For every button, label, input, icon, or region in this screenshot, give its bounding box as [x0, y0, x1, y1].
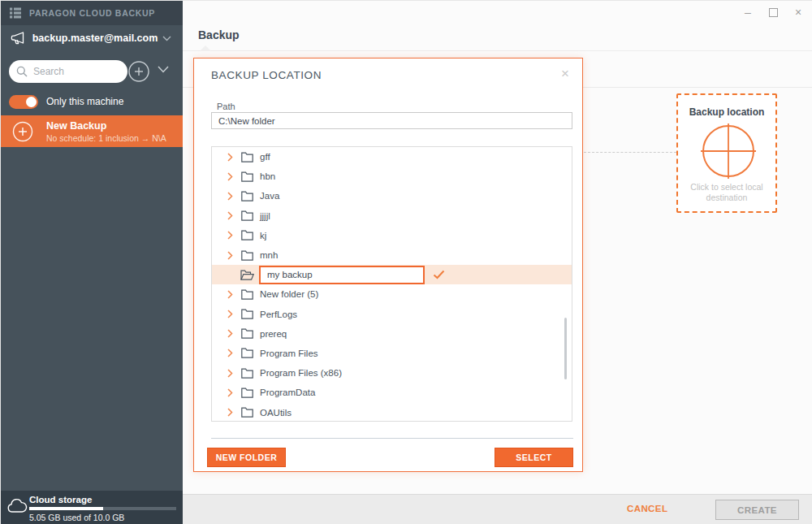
- tree-row[interactable]: prereq: [212, 324, 572, 344]
- folder-name: ProgramData: [260, 388, 315, 397]
- folder-name: OAUtils: [260, 408, 292, 418]
- cancel-button[interactable]: CANCEL: [627, 504, 667, 513]
- storage-progress-bar: [29, 507, 176, 510]
- chevron-right-icon[interactable]: [227, 192, 233, 201]
- folder-name: kj: [260, 231, 266, 240]
- maximize-icon: [769, 8, 778, 17]
- tree-row[interactable]: Program Files: [212, 344, 572, 363]
- header-divider: [183, 50, 812, 51]
- location-card-title: Backup location: [678, 106, 775, 118]
- tree-row[interactable]: New folder (5): [212, 284, 572, 304]
- chevron-right-icon[interactable]: [227, 388, 233, 397]
- chevron-right-icon[interactable]: [227, 408, 233, 417]
- backup-location-card[interactable]: Backup location Click to select local de…: [676, 93, 777, 213]
- tree-row[interactable]: Java: [212, 186, 572, 206]
- folder-name: jjjjl: [260, 211, 270, 221]
- sidebar-item-new-backup[interactable]: New Backup No schedule: 1 inclusion → N\…: [1, 115, 183, 147]
- megaphone-icon[interactable]: [11, 30, 28, 46]
- tree-row[interactable]: hbn: [212, 167, 572, 186]
- sidebar: PARAGON CLOUD BACKUP backup.master@mail.…: [1, 1, 183, 524]
- backup-item-subtitle: No schedule: 1 inclusion → N\A: [46, 133, 166, 143]
- folder-open-icon: [240, 270, 254, 280]
- chevron-right-icon[interactable]: [227, 290, 233, 299]
- tree-row[interactable]: Program Files (x86): [212, 363, 572, 383]
- maximize-button[interactable]: [765, 4, 781, 20]
- tree-row[interactable]: OAUtils: [212, 402, 572, 422]
- tree-row[interactable]: gff: [212, 147, 572, 167]
- folder-icon: [241, 348, 253, 358]
- search-icon: [16, 66, 28, 77]
- add-backup-button[interactable]: [128, 61, 149, 82]
- tree-row[interactable]: mnh: [212, 245, 572, 265]
- folder-icon: [241, 388, 253, 398]
- minimize-button[interactable]: –: [740, 4, 756, 20]
- footer-bar: CANCEL CREATE: [183, 494, 812, 524]
- dialog-close-icon[interactable]: ×: [561, 66, 569, 82]
- location-card-caption: Click to select local destination: [685, 182, 769, 203]
- storage-progress-fill: [29, 507, 103, 510]
- tree-row[interactable]: ProgramData: [212, 383, 572, 402]
- folder-name: Program Files (x86): [260, 368, 342, 378]
- path-input[interactable]: [211, 112, 572, 129]
- tree-row[interactable]: jjjjl: [212, 206, 572, 226]
- chevron-down-icon[interactable]: [158, 66, 169, 73]
- chevron-right-icon[interactable]: [227, 211, 233, 220]
- chevron-down-icon[interactable]: [162, 36, 171, 41]
- account-email[interactable]: backup.master@mail.com: [28, 32, 162, 44]
- create-button[interactable]: CREATE: [715, 500, 799, 520]
- folder-icon: [241, 171, 253, 182]
- folder-icon: [241, 250, 253, 261]
- backup-item-title: New Backup: [46, 120, 106, 132]
- folder-icon: [241, 289, 253, 300]
- tab-pointer: [200, 45, 211, 51]
- folder-name: prereq: [260, 329, 287, 339]
- chevron-right-icon[interactable]: [227, 369, 233, 378]
- folder-name: Java: [260, 191, 279, 201]
- folder-icon: [241, 309, 253, 319]
- storage-usage-text: 5.05 GB used of 10.0 GB: [29, 513, 124, 522]
- only-this-machine-toggle[interactable]: [9, 95, 38, 109]
- tree-row[interactable]: kj: [212, 226, 572, 245]
- folder-name: New folder (5): [260, 289, 318, 299]
- folder-icon: [241, 328, 253, 339]
- folder-name: Program Files: [260, 349, 318, 358]
- new-folder-button[interactable]: NEW FOLDER: [207, 448, 286, 467]
- chevron-right-icon[interactable]: [227, 153, 233, 162]
- dialog-footer-divider: [211, 438, 573, 439]
- backup-location-dialog: BACKUP LOCATION × Path gffhbnJavajjjjlkj…: [193, 58, 583, 472]
- machine-toggle-row: Only this machine: [1, 94, 183, 109]
- folder-name: PerfLogs: [260, 310, 297, 319]
- plus-circle-icon: [12, 121, 33, 142]
- folder-icon: [241, 368, 253, 379]
- folder-name: mnh: [260, 250, 278, 260]
- cloud-storage-title: Cloud storage: [29, 495, 92, 505]
- tree-row[interactable]: PerfLogs: [212, 305, 572, 324]
- dialog-title: BACKUP LOCATION: [211, 69, 322, 81]
- chevron-right-icon[interactable]: [227, 310, 233, 318]
- chevron-right-icon[interactable]: [227, 251, 233, 260]
- folder-name: hbn: [260, 171, 275, 181]
- search-input[interactable]: [33, 66, 114, 77]
- sidebar-header: PARAGON CLOUD BACKUP: [1, 1, 183, 25]
- toggle-knob: [26, 97, 37, 107]
- chevron-right-icon[interactable]: [227, 349, 233, 357]
- folder-icon: [241, 191, 253, 201]
- select-button[interactable]: SELECT: [495, 448, 573, 467]
- folder-tree: gffhbnJavajjjjlkjmnhNew folder (5)PerfLo…: [211, 146, 572, 422]
- app-window: PARAGON CLOUD BACKUP backup.master@mail.…: [0, 0, 812, 524]
- chevron-right-icon[interactable]: [227, 172, 233, 181]
- app-logo-icon: [9, 6, 22, 19]
- folder-icon: [241, 230, 253, 240]
- search-box[interactable]: [9, 60, 127, 83]
- folder-icon: [241, 152, 253, 162]
- chevron-right-icon[interactable]: [227, 231, 233, 240]
- tree-scrollbar-thumb[interactable]: [564, 318, 567, 379]
- chevron-right-icon[interactable]: [227, 329, 233, 338]
- folder-name-input[interactable]: [259, 266, 425, 284]
- account-row[interactable]: backup.master@mail.com: [1, 27, 183, 50]
- window-controls: – ×: [740, 4, 806, 20]
- close-button[interactable]: ×: [790, 4, 806, 20]
- toggle-label: Only this machine: [46, 96, 123, 107]
- dashed-connector-line: [584, 152, 676, 153]
- tree-row[interactable]: [212, 265, 572, 284]
